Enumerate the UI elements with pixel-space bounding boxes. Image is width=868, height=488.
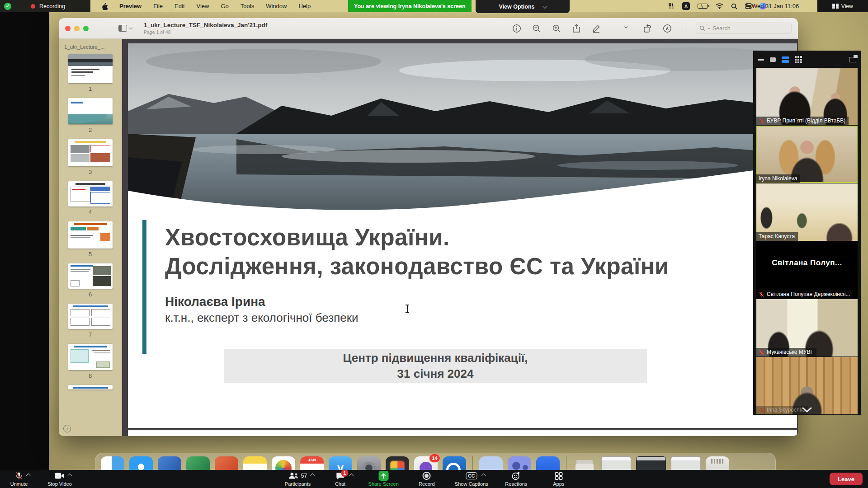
participant-tile[interactable]: Тарас Капуста xyxy=(756,183,858,241)
minimize-window-button[interactable] xyxy=(74,26,80,31)
stop-video-label: Stop Video xyxy=(47,481,72,487)
share-screen-button[interactable]: Share Screen xyxy=(368,470,399,488)
recording-label: Recording xyxy=(39,3,65,9)
apps-icon xyxy=(554,472,563,480)
window-titlebar[interactable]: 1_ukr_Lecture_TSF_Nikolaieva_Jan'21.pdf … xyxy=(59,18,798,39)
chevron-up-icon[interactable] xyxy=(68,474,72,478)
slide-title: Хвостосховища України. Дослідження, зако… xyxy=(165,223,669,282)
muted-mic-icon xyxy=(759,118,764,124)
document-title: 1_ukr_Lecture_TSF_Nikolaieva_Jan'21.pdf xyxy=(144,22,267,29)
speaker-view-icon[interactable] xyxy=(770,57,776,62)
menu-go[interactable]: Go xyxy=(221,3,228,9)
menu-file[interactable]: File xyxy=(153,3,163,9)
menu-app-name[interactable]: Preview xyxy=(119,3,142,9)
share-screen-label: Share Screen xyxy=(368,481,399,487)
gallery-grid-view-icon[interactable] xyxy=(795,56,802,63)
highlight-button[interactable] xyxy=(663,24,672,33)
page-thumbnail-7[interactable] xyxy=(68,304,113,329)
sidebar-icon xyxy=(118,25,127,32)
sidebar-document-name: 1_ukr_Lecture_... xyxy=(59,39,122,54)
page-thumbnail-4[interactable] xyxy=(68,181,113,206)
page-thumbnail-1[interactable] xyxy=(68,54,113,83)
meeting-controls: 57 Participants 1 Chat Sh xyxy=(283,470,573,488)
record-button[interactable]: Record xyxy=(412,470,441,488)
menu-window[interactable]: Window xyxy=(266,3,287,9)
chevron-up-icon[interactable] xyxy=(349,474,354,478)
page-thumbnail-3[interactable] xyxy=(68,139,113,166)
search-input[interactable] xyxy=(712,25,776,32)
spotlight-icon[interactable] xyxy=(731,3,737,9)
text-cursor xyxy=(405,305,410,313)
menu-tools[interactable]: Tools xyxy=(241,3,254,9)
close-window-button[interactable] xyxy=(65,26,71,31)
zoom-view-button[interactable]: View xyxy=(817,0,868,12)
input-source-icon[interactable]: A xyxy=(682,2,690,10)
page-thumbnail-5[interactable] xyxy=(68,221,113,249)
participant-name: Світлана Полупан Держекоінсп... xyxy=(767,291,850,297)
zoom-window-button[interactable] xyxy=(83,26,89,31)
record-icon xyxy=(422,471,431,480)
stop-video-button[interactable]: Stop Video xyxy=(45,470,74,488)
rotate-button[interactable] xyxy=(643,24,652,33)
page-indicator: Page 1 of 48 xyxy=(144,29,267,35)
share-screen-icon xyxy=(378,471,388,481)
calendar-month-label: JAN xyxy=(300,456,324,464)
cutlery-icon[interactable] xyxy=(668,3,675,9)
show-captions-button[interactable]: CC Show Captions xyxy=(455,470,488,488)
gallery-strip-view-icon[interactable] xyxy=(782,56,789,63)
chat-button[interactable]: 1 Chat xyxy=(326,470,355,488)
participant-tile-active-speaker[interactable]: Iryna Nikolaieva xyxy=(756,126,858,183)
share-button[interactable] xyxy=(572,24,581,33)
minimize-panel-icon[interactable] xyxy=(758,59,764,61)
participant-tile[interactable]: Мукачівське МУВГ xyxy=(756,299,858,357)
participant-tile-camera-off[interactable]: Світлана Полуп... Світлана Полупан Держе… xyxy=(756,241,858,299)
page-thumbnail-6[interactable] xyxy=(68,263,113,289)
participant-name: БУВР Прип`яті (Відділ ВВтаБВ) xyxy=(767,117,845,124)
zoom-video-panel: БУВР Прип`яті (Відділ ВВтаБВ) Iryna Niko… xyxy=(753,51,861,415)
collapse-panel-chevron[interactable] xyxy=(801,406,813,413)
participant-name-label: Мукачівське МУВГ xyxy=(756,348,816,357)
view-options-button[interactable]: View Options xyxy=(476,0,570,13)
wifi-icon[interactable] xyxy=(716,3,723,9)
chevron-up-icon[interactable] xyxy=(26,474,31,478)
participant-tile[interactable]: Inna Skypochka xyxy=(756,357,858,414)
menubar-clock[interactable]: Wed 31 Jan 11:06 xyxy=(752,0,799,12)
chevron-down-icon xyxy=(129,26,132,29)
muted-mic-icon xyxy=(15,471,23,480)
sidebar-toggle-button[interactable] xyxy=(118,25,132,32)
add-page-icon[interactable]: + xyxy=(63,425,71,432)
control-center-icon[interactable] xyxy=(745,3,752,9)
popout-panel-icon[interactable] xyxy=(849,57,856,62)
search-icon xyxy=(699,25,705,31)
chat-badge: 1 xyxy=(341,469,349,477)
unmute-button[interactable]: Unmute xyxy=(5,470,33,488)
toolbar-divider xyxy=(612,24,612,33)
page-thumbnail-9-partial[interactable] xyxy=(68,385,113,389)
participants-button[interactable]: 57 Participants xyxy=(283,470,312,488)
markup-options-chevron[interactable] xyxy=(623,24,632,33)
battery-icon[interactable]: ϟ xyxy=(698,4,708,9)
participant-name: Мукачівське МУВГ xyxy=(767,349,813,355)
markup-button[interactable] xyxy=(592,24,601,33)
participant-name-label: Iryna Nikolaieva xyxy=(756,174,800,183)
document-title-block: 1_ukr_Lecture_TSF_Nikolaieva_Jan'21.pdf … xyxy=(144,22,267,35)
page-thumbnail-8[interactable] xyxy=(68,344,113,370)
participants-label: Participants xyxy=(285,481,311,487)
reactions-button[interactable]: Reactions xyxy=(502,470,531,488)
page-thumbnail-2[interactable] xyxy=(68,98,113,124)
menu-edit[interactable]: Edit xyxy=(175,3,184,9)
pdf-content-area[interactable]: Хвостосховища України. Дослідження, зако… xyxy=(122,39,798,436)
search-field[interactable] xyxy=(696,23,792,34)
apps-button[interactable]: Apps xyxy=(544,470,573,488)
apple-logo-icon[interactable] xyxy=(101,3,108,10)
zoom-out-button[interactable] xyxy=(532,24,541,33)
zoom-in-button[interactable] xyxy=(552,24,561,33)
chevron-up-icon[interactable] xyxy=(481,474,486,478)
info-button[interactable] xyxy=(512,24,521,33)
participant-tile[interactable]: БУВР Прип`яті (Відділ ВВтаБВ) xyxy=(756,68,858,125)
menu-help[interactable]: Help xyxy=(298,3,311,9)
chevron-up-icon[interactable] xyxy=(310,474,315,478)
slide-footer-box: Центр підвищення кваліфікації, 31 січня … xyxy=(224,349,647,383)
menu-view[interactable]: View xyxy=(197,3,209,9)
leave-button[interactable]: Leave xyxy=(830,473,863,485)
